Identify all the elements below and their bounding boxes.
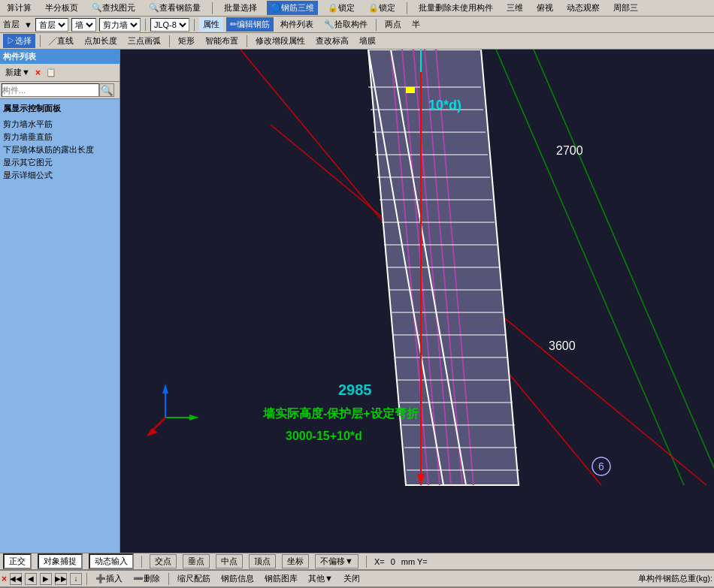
property-btn[interactable]: 属性 (199, 17, 223, 32)
line-btn[interactable]: ╱直线 (45, 34, 77, 48)
edit-rebar-btn[interactable]: ✏编辑钢筋 (226, 17, 274, 32)
display-item-1[interactable]: 剪力墙水平筋 (3, 118, 116, 131)
sep1 (212, 2, 213, 14)
sep2 (407, 2, 407, 14)
batch-del-btn[interactable]: 批量删除未使用构件 (415, 1, 497, 15)
search-area: 🔍 (0, 82, 120, 99)
new-btn[interactable]: 新建▼ (2, 65, 34, 80)
add-length-btn[interactable]: 点加长度 (80, 34, 121, 48)
rect-btn[interactable]: 矩形 (174, 34, 198, 48)
find-elem-btn[interactable]: 🔍查找图元 (88, 1, 139, 15)
perp-btn[interactable]: 垂点 (183, 554, 210, 568)
display-panel-title: 属显示控制面板 (3, 102, 116, 115)
component-list-btn[interactable]: 构件列表 (277, 17, 317, 32)
x-value: 0 (391, 557, 395, 566)
half-btn[interactable]: 半 (408, 17, 424, 32)
bottom-table-area: × ◀◀ ◀ ▶ ▶▶ ↓ ➕插入 ➖删除 缩尺配筋 钢筋信息 钢筋图库 其他▼… (0, 569, 714, 588)
select-btn[interactable]: ▷选择 (3, 34, 35, 48)
local-btn[interactable]: 周部三 (610, 1, 642, 15)
svg-text:3600: 3600 (549, 339, 576, 352)
lock2-btn[interactable]: 🔒锁定 (365, 1, 399, 15)
lock-btn[interactable]: 🔒锁定 (324, 1, 359, 15)
sep6 (40, 35, 41, 47)
subtype-select[interactable]: 剪力墙 (99, 18, 141, 32)
panel-header: 新建▼ × 📋 (0, 64, 120, 82)
sep12 (168, 573, 169, 585)
svg-text:10*d): 10*d) (428, 98, 461, 113)
component-select[interactable]: 墙 (71, 18, 96, 32)
panel-title: 构件列表 (0, 50, 120, 64)
display-item-5[interactable]: 显示详细公式 (3, 169, 116, 182)
two-point-btn[interactable]: 两点 (381, 17, 405, 32)
sep7 (169, 35, 170, 47)
sep11 (86, 573, 87, 585)
svg-text:6: 6 (598, 460, 604, 472)
check-elev-btn[interactable]: 查改标高 (312, 34, 352, 48)
svg-text:2985: 2985 (338, 381, 372, 398)
delete-btn[interactable]: × (35, 68, 41, 78)
display-panel: 属显示控制面板 剪力墙水平筋 剪力墙垂直筋 下层墙体纵筋的露出长度 显示其它图元… (0, 99, 120, 553)
x-label: X= (374, 557, 385, 566)
midpoint-btn[interactable]: 中点 (216, 554, 243, 568)
cad-drawing: 10*d) 2985 墙实际高度-保护层+设定弯折 3000-15+10*d 2… (120, 50, 714, 553)
sep8 (247, 35, 247, 47)
modify-seg-btn[interactable]: 修改增段属性 (252, 34, 309, 48)
panel-title-text: 构件列表 (3, 52, 36, 61)
main-toolbar-3: ▷选择 ╱直线 点加长度 三点画弧 矩形 智能布置 修改增段属性 查改标高 墙膜 (0, 33, 714, 50)
dynamic-input-btn[interactable]: 动态输入 (89, 553, 134, 569)
nav-last-btn[interactable]: ▶▶ (55, 573, 67, 585)
wall-template-btn[interactable]: 墙膜 (355, 34, 380, 48)
orthogonal-btn[interactable]: 正交 (3, 553, 32, 569)
close-panel-btn[interactable]: 关闭 (340, 571, 364, 586)
intersect-btn[interactable]: 交点 (150, 554, 177, 568)
total-weight-label: 单构件钢筋总重(kg): (638, 573, 712, 584)
calc-btn[interactable]: 算计算 (3, 1, 35, 15)
main-toolbar-2: 首层 ▼ 首层 墙 剪力墙 JLQ-8 属性 ✏编辑钢筋 构件列表 🔧拾取构件 … (0, 17, 714, 33)
coord-btn[interactable]: 坐标 (282, 554, 309, 568)
nav-down-btn[interactable]: ↓ (70, 573, 82, 585)
sep5 (376, 19, 377, 31)
main-layout: 构件列表 新建▼ × 📋 🔍 属显示控制面板 剪力墙水平筋 剪力墙垂直筋 下层墙… (0, 50, 714, 553)
table-toolbar: × ◀◀ ◀ ▶ ▶▶ ↓ ➕插入 ➖删除 缩尺配筋 钢筋信息 钢筋图库 其他▼… (0, 571, 714, 587)
table-close-btn[interactable]: × (2, 574, 7, 584)
floor-select[interactable]: 首层 (35, 18, 68, 32)
display-item-3[interactable]: 下层墙体纵筋的露出长度 (3, 143, 116, 156)
arc-btn[interactable]: 三点画弧 (124, 34, 165, 48)
view-rebar-btn[interactable]: 🔍查看钢筋量 (145, 1, 204, 15)
batch-select-btn[interactable]: 批量选择 (220, 1, 261, 15)
search-btn[interactable]: 🔍 (99, 83, 114, 97)
dynamic-obs-btn[interactable]: 动态观察 (563, 1, 604, 15)
left-panel: 构件列表 新建▼ × 📋 🔍 属显示控制面板 剪力墙水平筋 剪力墙垂直筋 下层墙… (0, 50, 120, 553)
nav-first-btn[interactable]: ◀◀ (10, 573, 22, 585)
cad-canvas-area: 10*d) 2985 墙实际高度-保护层+设定弯折 3000-15+10*d 2… (120, 50, 714, 553)
delete-row-btn[interactable]: ➖删除 (129, 571, 164, 586)
scale-rebar-btn[interactable]: 缩尺配筋 (174, 571, 214, 586)
svg-rect-30 (406, 87, 415, 93)
display-item-2[interactable]: 剪力墙垂直筋 (3, 131, 116, 143)
no-offset-btn[interactable]: 不偏移▼ (315, 554, 359, 568)
svg-text:2700: 2700 (556, 144, 583, 157)
nav-prev-btn[interactable]: ◀ (25, 573, 37, 585)
display-item-4[interactable]: 显示其它图元 (3, 156, 116, 169)
rebar-lib-btn[interactable]: 钢筋图库 (261, 571, 301, 586)
nav-next-btn[interactable]: ▶ (40, 573, 52, 585)
rebar-info-btn[interactable]: 钢筋信息 (217, 571, 258, 586)
split-view-btn[interactable]: 半分板页 (41, 1, 82, 15)
insert-btn[interactable]: ➕插入 (92, 571, 126, 586)
top-view-btn[interactable]: 俯视 (533, 1, 557, 15)
svg-text:3000-15+10*d: 3000-15+10*d (286, 430, 362, 442)
svg-text:墙实际高度-保护层+设定弯折: 墙实际高度-保护层+设定弯折 (262, 406, 419, 420)
status-bar: 正交 对象捕捉 动态输入 交点 垂点 中点 顶点 坐标 不偏移▼ X= 0 mm… (0, 553, 714, 569)
vertex-btn[interactable]: 顶点 (249, 554, 276, 568)
floor-label: 首层 (3, 19, 20, 30)
rebar-3d-btn[interactable]: 🔵钢筋三维 (267, 1, 318, 15)
mm-label: mm Y= (401, 557, 428, 566)
search-input[interactable] (2, 83, 99, 97)
pick-component-btn[interactable]: 🔧拾取构件 (320, 17, 371, 32)
smart-place-btn[interactable]: 智能布置 (201, 34, 242, 48)
3d-btn[interactable]: 三维 (503, 1, 527, 15)
snap-btn[interactable]: 对象捕捉 (38, 553, 83, 569)
copy-btn[interactable]: 📋 (42, 66, 60, 79)
id-select[interactable]: JLQ-8 (150, 18, 189, 32)
other-btn[interactable]: 其他▼ (304, 571, 337, 586)
